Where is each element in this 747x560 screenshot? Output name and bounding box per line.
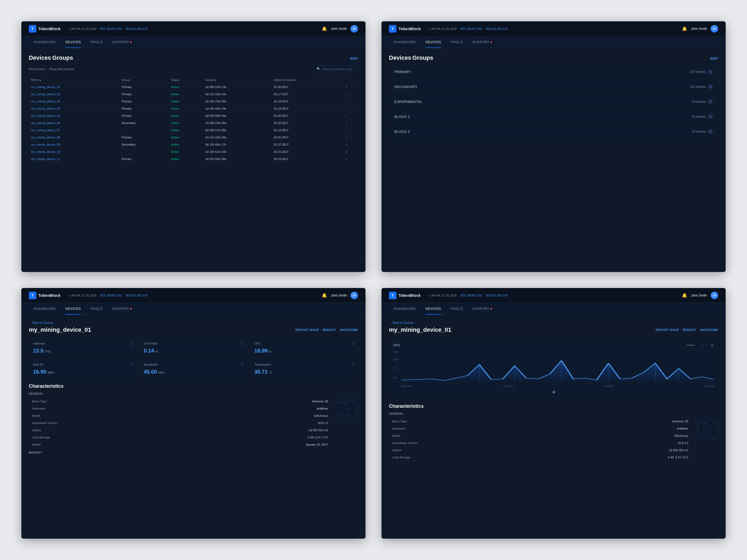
row-chevron[interactable]: ›	[344, 134, 358, 141]
row-chevron[interactable]: ›	[344, 141, 358, 148]
device-name-cell[interactable]: my_mining_device_05	[29, 112, 120, 119]
group-action-icon[interactable]: −	[708, 99, 713, 104]
next-icon-4[interactable]: ▶	[706, 344, 708, 347]
table-row[interactable]: my_mining_device_04 Primary Active 1d 19…	[29, 105, 358, 112]
group-action-icon[interactable]: −	[708, 114, 713, 119]
groups-link-2[interactable]: Groups	[412, 54, 433, 61]
nav-devices-1[interactable]: DEVICES	[60, 36, 86, 48]
device-name-cell[interactable]: my_mining_device_03	[29, 98, 120, 105]
nav-support-3[interactable]: SUPPORT	[107, 303, 136, 315]
show-inactive-1[interactable]: Show Only Inactive	[49, 68, 74, 71]
col-group-1[interactable]: Group	[120, 77, 169, 83]
nav-devices-4[interactable]: DEVICES	[421, 303, 446, 315]
nav-dashboard-4[interactable]: DASHBOARD	[389, 303, 421, 315]
bell-icon-4[interactable]: 🔔	[682, 293, 687, 298]
shutdown-btn-4[interactable]: SHUTDOWN	[700, 328, 718, 331]
device-name-cell[interactable]: my_mining_device_08	[29, 134, 120, 141]
row-chevron[interactable]: ›	[344, 148, 358, 156]
nav-dashboard-3[interactable]: DASHBOARD	[29, 303, 60, 315]
group-action-icon[interactable]: −	[708, 69, 713, 74]
device-name-cell[interactable]: my_mining_device_09	[29, 141, 120, 148]
nav-pools-2[interactable]: POOLS	[446, 36, 468, 48]
row-chevron[interactable]: ›	[344, 105, 358, 112]
char-row: Hostname antMiner	[389, 425, 692, 432]
metric-value: 13.5 TH/s	[33, 348, 133, 354]
row-chevron[interactable]: ›	[344, 119, 358, 127]
shutdown-btn-3[interactable]: SHUTDOWN	[340, 328, 358, 331]
bell-icon-1[interactable]: 🔔	[322, 26, 327, 31]
edit-btn-1[interactable]: EDIT	[350, 57, 358, 60]
nav-dashboard-1[interactable]: DASHBOARD	[29, 36, 60, 48]
metric-info-icon[interactable]: ⓘ	[241, 363, 244, 367]
list-item[interactable]: SECONDARY 151 Devices −	[389, 81, 718, 93]
report-issue-btn-3[interactable]: REPORT ISSUE	[295, 328, 319, 331]
groups-link-1[interactable]: Groups	[52, 54, 73, 61]
nav-dashboard-2[interactable]: DASHBOARD	[389, 36, 421, 48]
table-row[interactable]: my_mining_device_02 Primary Active 3d 11…	[29, 91, 358, 98]
bell-icon-2[interactable]: 🔔	[682, 26, 687, 31]
hours-selector-4[interactable]: 6 Hours	[683, 343, 698, 347]
back-link-4[interactable]: ← Back to Devices	[389, 321, 718, 324]
metric-info-icon[interactable]: ⓘ	[352, 363, 355, 367]
row-chevron[interactable]: ›	[344, 91, 358, 98]
table-row[interactable]: my_mining_device_01 Primary Active 1d 20…	[29, 83, 358, 91]
list-item[interactable]: EXPERIMENTAL 76 Devices −	[389, 96, 718, 108]
device-name-cell[interactable]: my_mining_device_01	[29, 83, 120, 91]
col-added-1[interactable]: Added to System	[272, 77, 344, 83]
report-issue-btn-4[interactable]: REPORT ISSUE	[655, 328, 679, 331]
table-row[interactable]: my_mining_device_03 Primary Active 2d 23…	[29, 98, 358, 105]
group-action-icon[interactable]: −	[708, 129, 713, 134]
metric-card: Temperature 35.71 °C ⓘ	[250, 360, 358, 378]
chart-scroll-4[interactable]: ⬤	[393, 389, 714, 394]
device-name-cell[interactable]: my_mining_device_02	[29, 91, 120, 98]
col-status-1[interactable]: Status	[169, 77, 203, 83]
row-chevron[interactable]: ›	[344, 112, 358, 119]
nav-support-4[interactable]: SUPPORT	[468, 303, 497, 315]
list-item[interactable]: BLOCK 1 75 Devices −	[389, 110, 718, 123]
panel-device-chart: T TokenBlock 1:40 PM, 01.31.2018 · BTC $…	[382, 288, 726, 539]
back-link-3[interactable]: ← Back to Devices	[29, 321, 358, 324]
col-name-1[interactable]: Name ▴	[29, 77, 120, 83]
table-row[interactable]: my_mining_device_05 Primary Active 2d 15…	[29, 112, 358, 119]
group-action-icon[interactable]: −	[708, 84, 713, 89]
table-row[interactable]: my_mining_device_08 Primary Active 1d 11…	[29, 134, 358, 141]
nav-pools-4[interactable]: POOLS	[446, 303, 468, 315]
metric-info-icon[interactable]: ⓘ	[352, 341, 355, 346]
nav-devices-2[interactable]: DEVICES	[421, 36, 446, 48]
added-cell: 01.02.2017	[272, 119, 344, 127]
row-chevron[interactable]: ›	[344, 98, 358, 105]
table-row[interactable]: my_mining_device_09 Secondary Active 3d …	[29, 141, 358, 148]
device-name-cell[interactable]: my_mining_device_11	[29, 156, 120, 163]
device-name-cell[interactable]: my_mining_device_07	[29, 127, 120, 134]
nav-support-1[interactable]: SUPPORT	[107, 36, 136, 48]
search-box-1[interactable]: 🔍 Search by device name...	[314, 65, 358, 72]
gear-icon-4[interactable]: ⚙	[711, 343, 714, 347]
metric-info-icon[interactable]: ⓘ	[130, 341, 134, 346]
bell-icon-3[interactable]: 🔔	[322, 293, 327, 298]
device-name-cell[interactable]: my_mining_device_06	[29, 119, 120, 127]
reboot-btn-3[interactable]: REBOOT	[323, 328, 336, 331]
avatar-3: JS	[351, 292, 358, 299]
device-name-cell[interactable]: my_mining_device_04	[29, 105, 120, 112]
list-item[interactable]: PRIMARY 227 Devices −	[389, 65, 718, 78]
prev-icon-4[interactable]: ◀	[701, 344, 703, 347]
list-item[interactable]: BLOCK 2 76 Devices −	[389, 125, 718, 138]
col-runtime-1[interactable]: Runtime	[203, 77, 272, 83]
nav-pools-3[interactable]: POOLS	[86, 303, 107, 315]
metric-info-icon[interactable]: ⓘ	[130, 363, 134, 367]
metric-info-icon[interactable]: ⓘ	[241, 341, 244, 346]
nav-pools-1[interactable]: POOLS	[86, 36, 107, 48]
table-row[interactable]: my_mining_device_10 - Active 1d 23h 51m …	[29, 148, 358, 156]
nav-support-2[interactable]: SUPPORT	[468, 36, 497, 48]
table-row[interactable]: my_mining_device_06 Secondary Active 7d …	[29, 119, 358, 127]
reboot-btn-4[interactable]: REBOOT	[683, 328, 696, 331]
nav-devices-3[interactable]: DEVICES	[60, 303, 86, 315]
table-row[interactable]: my_mining_device_11 Primary Active 1d 22…	[29, 156, 358, 163]
device-name-cell[interactable]: my_mining_device_10	[29, 148, 120, 156]
row-chevron[interactable]: ›	[344, 156, 358, 163]
group-count: 151 Devices	[690, 85, 706, 88]
edit-btn-2[interactable]: EDIT	[711, 57, 718, 60]
row-chevron[interactable]: ›	[344, 127, 358, 134]
row-chevron[interactable]: ›	[344, 83, 358, 91]
table-row[interactable]: my_mining_device_07 - Active 5d 20h 11m …	[29, 127, 358, 134]
